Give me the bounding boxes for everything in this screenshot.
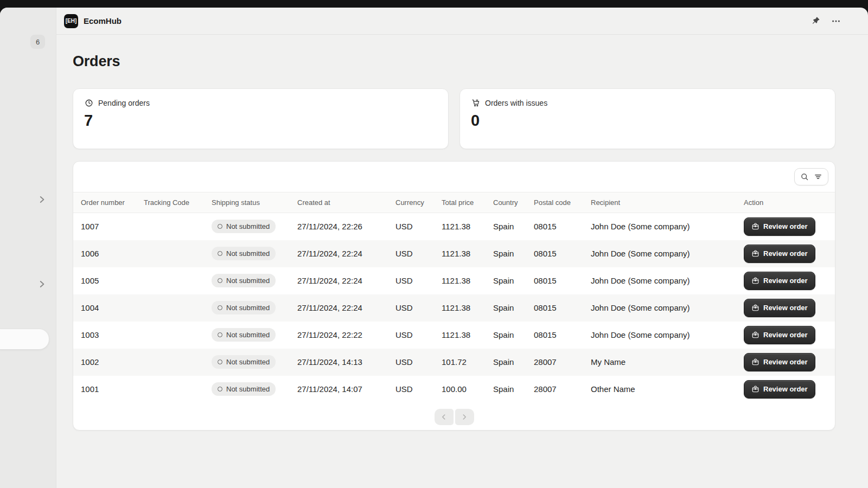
status-badge: Not submitted xyxy=(212,274,276,287)
order-number: 1002 xyxy=(73,349,138,376)
app-header: [EH] EcomHub xyxy=(56,8,868,35)
created-at: 27/11/2024, 22:22 xyxy=(292,322,390,349)
status-badge: Not submitted xyxy=(212,355,276,369)
col-action: Action xyxy=(738,192,835,213)
country: Spain xyxy=(488,322,528,349)
order-number: 1004 xyxy=(73,294,138,322)
created-at: 27/11/2024, 14:13 xyxy=(292,349,390,376)
created-at: 27/11/2024, 14:07 xyxy=(292,376,390,403)
pagination xyxy=(73,403,835,430)
table-header-row: Order number Tracking Code Shipping stat… xyxy=(73,192,835,213)
status-badge: Not submitted xyxy=(212,328,276,342)
sidebar-rail: 6 xyxy=(0,8,56,488)
col-created-at: Created at xyxy=(292,192,390,213)
status-badge: Not submitted xyxy=(212,382,276,396)
recipient: Other Name xyxy=(585,376,738,403)
total-price: 1121.38 xyxy=(436,213,488,240)
clock-icon xyxy=(84,98,94,108)
table-row: 1003 Not submitted 27/11/2024, 22:22 USD… xyxy=(73,322,835,349)
currency: USD xyxy=(390,322,436,349)
app-name: EcomHub xyxy=(84,16,122,25)
recipient: John Doe (Some company) xyxy=(585,240,738,267)
table-row: 1006 Not submitted 27/11/2024, 22:24 USD… xyxy=(73,240,835,267)
page-content: Orders Pending orders 7 xyxy=(56,35,868,431)
status-ring-icon xyxy=(218,332,222,337)
app-window: 6 [EH] EcomHub Orders xyxy=(0,8,868,488)
tracking-code xyxy=(138,322,206,349)
postal-code: 08015 xyxy=(528,213,585,240)
header-actions xyxy=(810,16,841,26)
postal-code: 08015 xyxy=(528,267,585,294)
created-at: 27/11/2024, 22:26 xyxy=(292,213,390,240)
recipient: John Doe (Some company) xyxy=(585,267,738,294)
currency: USD xyxy=(390,213,436,240)
currency: USD xyxy=(390,267,436,294)
total-price: 1121.38 xyxy=(436,294,488,322)
previous-page-button[interactable] xyxy=(435,409,454,425)
table-row: 1002 Not submitted 27/11/2024, 14:13 USD… xyxy=(73,349,835,376)
pin-icon[interactable] xyxy=(810,16,820,26)
stat-cards: Pending orders 7 Orders with issues 0 xyxy=(73,88,835,149)
created-at: 27/11/2024, 22:24 xyxy=(292,267,390,294)
search-icon[interactable] xyxy=(800,172,809,181)
table-toolbar xyxy=(73,162,835,192)
main-area: [EH] EcomHub Orders xyxy=(56,8,868,488)
status-ring-icon xyxy=(218,359,222,364)
postal-code: 08015 xyxy=(528,294,585,322)
expand-section-chevron-icon[interactable] xyxy=(37,279,47,289)
table-row: 1007 Not submitted 27/11/2024, 22:26 USD… xyxy=(73,213,835,240)
total-price: 1121.38 xyxy=(436,322,488,349)
expand-sidebar-chevron-icon[interactable] xyxy=(37,195,47,204)
postal-code: 08015 xyxy=(528,322,585,349)
tracking-code xyxy=(138,267,206,294)
sidebar-item-highlight[interactable] xyxy=(0,329,49,349)
recipient: John Doe (Some company) xyxy=(585,294,738,322)
col-postal-code: Postal code xyxy=(528,192,585,213)
status-badge: Not submitted xyxy=(212,247,276,260)
notification-count-badge: 6 xyxy=(30,35,45,49)
pending-orders-value: 7 xyxy=(84,112,437,130)
table-row: 1005 Not submitted 27/11/2024, 22:24 USD… xyxy=(73,267,835,294)
next-page-button[interactable] xyxy=(455,409,474,425)
status-badge: Not submitted xyxy=(212,220,276,233)
brand: [EH] EcomHub xyxy=(64,14,122,28)
review-order-button[interactable]: Review order xyxy=(744,380,815,399)
created-at: 27/11/2024, 22:24 xyxy=(292,294,390,322)
country: Spain xyxy=(488,267,528,294)
order-number: 1003 xyxy=(73,322,138,349)
tracking-code xyxy=(138,213,206,240)
review-order-button[interactable]: Review order xyxy=(744,272,815,290)
more-options-icon[interactable] xyxy=(831,16,841,26)
postal-code: 28007 xyxy=(528,376,585,403)
recipient: John Doe (Some company) xyxy=(585,213,738,240)
currency: USD xyxy=(390,376,436,403)
currency: USD xyxy=(390,294,436,322)
orders-table: Order number Tracking Code Shipping stat… xyxy=(73,192,835,403)
order-number: 1001 xyxy=(73,376,138,403)
country: Spain xyxy=(488,213,528,240)
status-ring-icon xyxy=(218,224,222,229)
filter-sort-icon[interactable] xyxy=(814,172,822,181)
postal-code: 28007 xyxy=(528,349,585,376)
status-ring-icon xyxy=(218,278,222,283)
col-country: Country xyxy=(488,192,528,213)
review-order-button[interactable]: Review order xyxy=(744,353,815,371)
review-order-button[interactable]: Review order xyxy=(744,217,815,236)
postal-code: 08015 xyxy=(528,240,585,267)
order-number: 1007 xyxy=(73,213,138,240)
col-order-number: Order number xyxy=(73,192,138,213)
total-price: 1121.38 xyxy=(436,267,488,294)
pending-orders-label: Pending orders xyxy=(98,99,150,107)
orders-table-card: Order number Tracking Code Shipping stat… xyxy=(73,161,835,431)
tracking-code xyxy=(138,294,206,322)
status-ring-icon xyxy=(218,305,222,310)
page-title: Orders xyxy=(73,53,835,70)
search-and-filter-button[interactable] xyxy=(794,168,828,185)
review-order-button[interactable]: Review order xyxy=(744,326,815,344)
total-price: 101.72 xyxy=(436,349,488,376)
orders-with-issues-label: Orders with issues xyxy=(485,99,547,107)
col-currency: Currency xyxy=(390,192,436,213)
review-order-button[interactable]: Review order xyxy=(744,245,815,263)
orders-with-issues-value: 0 xyxy=(471,112,824,130)
review-order-button[interactable]: Review order xyxy=(744,299,815,317)
